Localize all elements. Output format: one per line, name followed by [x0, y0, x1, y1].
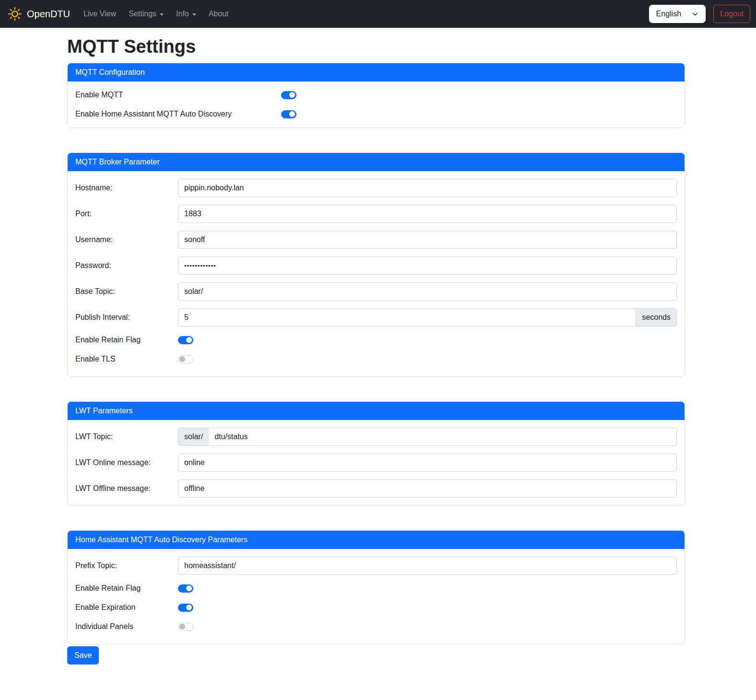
lwt-topic-input[interactable] — [209, 428, 677, 446]
chevron-down-icon — [160, 13, 164, 16]
enable-tls-toggle[interactable] — [178, 355, 193, 363]
row-individual-panels: Individual Panels — [75, 621, 677, 632]
field-label: Enable Retain Flag — [75, 584, 178, 593]
nav-item-live-view[interactable]: Live View — [80, 6, 120, 22]
field-label: Prefix Topic: — [75, 561, 178, 570]
row-port: Port: — [75, 205, 677, 223]
row-base-topic: Base Topic: — [75, 282, 677, 301]
field-label: Enable Retain Flag — [75, 336, 178, 344]
field-label: Enable Home Assistant MQTT Auto Discover… — [75, 110, 281, 118]
row-prefix-topic: Prefix Topic: — [75, 557, 677, 575]
card-hass-discovery-parameters: Home Assistant MQTT Auto Discovery Param… — [67, 530, 685, 644]
brand-link[interactable]: OpenDTU — [8, 7, 70, 21]
row-password: Password: — [75, 257, 677, 275]
row-username: Username: — [75, 231, 677, 249]
enable-retain-flag-toggle[interactable] — [178, 336, 193, 344]
individual-panels-toggle[interactable] — [178, 623, 193, 631]
prefix-topic-input[interactable] — [178, 557, 677, 575]
row-publish-interval: Publish Interval: seconds — [75, 308, 677, 327]
password-input[interactable] — [178, 257, 677, 275]
card-header: LWT Parameters — [68, 402, 685, 420]
row-enable-hass-discovery: Enable Home Assistant MQTT Auto Discover… — [75, 108, 677, 120]
row-lwt-topic: LWT Topic: solar/ — [75, 428, 677, 446]
row-lwt-offline-message: LWT Offline message: — [75, 479, 677, 498]
lwt-online-message-input[interactable] — [178, 454, 677, 472]
field-label: Enable MQTT — [75, 91, 281, 99]
nav-item-info[interactable]: Info — [172, 6, 200, 22]
publish-interval-input[interactable] — [178, 308, 636, 327]
enable-mqtt-toggle[interactable] — [281, 91, 296, 99]
seconds-addon: seconds — [636, 308, 677, 327]
nav-item-settings[interactable]: Settings — [125, 6, 167, 22]
row-enable-tls: Enable TLS — [75, 353, 677, 365]
card-mqtt-configuration: MQTT Configuration Enable MQTT Enable Ho… — [67, 63, 685, 128]
field-label: LWT Online message: — [75, 458, 178, 467]
port-input[interactable] — [178, 205, 677, 223]
field-label: Password: — [75, 261, 178, 270]
nav-item-about[interactable]: About — [205, 6, 233, 22]
card-header: MQTT Configuration — [68, 63, 685, 82]
field-label: Individual Panels — [75, 622, 178, 631]
card-lwt-parameters: LWT Parameters LWT Topic: solar/ LWT Onl… — [67, 401, 685, 506]
card-header: MQTT Broker Parameter — [68, 153, 685, 171]
logout-button[interactable]: Logout — [713, 5, 750, 23]
sun-logo-icon — [8, 7, 22, 21]
row-enable-retain-flag: Enable Retain Flag — [75, 334, 677, 346]
page-title: MQTT Settings — [67, 36, 685, 57]
field-label: Publish Interval: — [75, 313, 178, 322]
field-label: Username: — [75, 235, 178, 244]
lwt-topic-prefix-addon: solar/ — [178, 428, 209, 446]
main-content: MQTT Settings MQTT Configuration Enable … — [67, 36, 685, 665]
field-label: Hostname: — [75, 184, 178, 192]
row-enable-expiration: Enable Expiration — [75, 602, 677, 613]
lwt-offline-message-input[interactable] — [178, 479, 677, 498]
enable-hass-discovery-toggle[interactable] — [281, 110, 296, 118]
row-lwt-online-message: LWT Online message: — [75, 454, 677, 472]
field-label: LWT Offline message: — [75, 484, 178, 493]
username-input[interactable] — [178, 231, 677, 249]
language-selected-value: English — [656, 10, 681, 18]
field-label: LWT Topic: — [75, 432, 178, 441]
brand-label: OpenDTU — [27, 9, 70, 20]
field-label: Port: — [75, 210, 178, 218]
hass-retain-flag-toggle[interactable] — [178, 584, 193, 593]
chevron-down-icon — [692, 11, 698, 17]
navbar: OpenDTU Live View Settings Info About En… — [0, 0, 756, 28]
row-enable-mqtt: Enable MQTT — [75, 89, 677, 101]
field-label: Enable Expiration — [75, 603, 178, 612]
card-mqtt-broker-parameter: MQTT Broker Parameter Hostname: Port: Us… — [67, 152, 685, 377]
save-button[interactable]: Save — [67, 646, 99, 665]
base-topic-input[interactable] — [178, 282, 677, 301]
card-header: Home Assistant MQTT Auto Discovery Param… — [68, 531, 685, 549]
row-hass-enable-retain-flag: Enable Retain Flag — [75, 583, 677, 594]
row-hostname: Hostname: — [75, 179, 677, 197]
chevron-down-icon — [192, 13, 196, 16]
field-label: Base Topic: — [75, 287, 178, 296]
field-label: Enable TLS — [75, 355, 178, 363]
enable-expiration-toggle[interactable] — [178, 604, 193, 612]
hostname-input[interactable] — [178, 179, 677, 197]
language-select[interactable]: English — [649, 5, 706, 23]
